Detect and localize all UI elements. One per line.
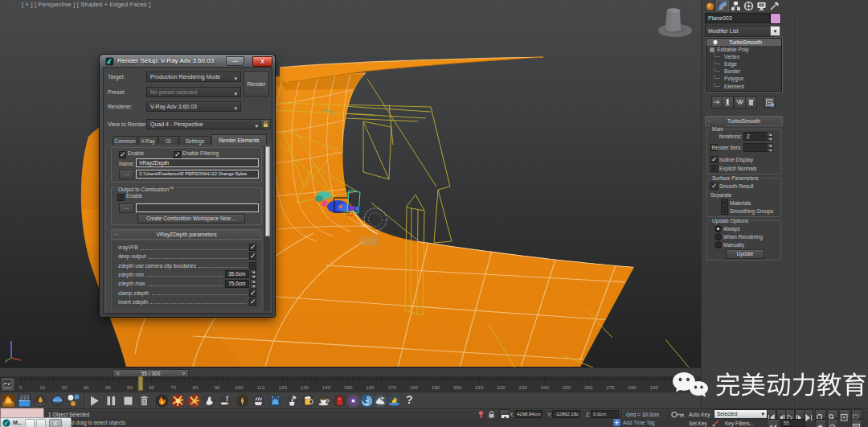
zdepth-max-field[interactable]: 75.0cm: [225, 280, 249, 288]
stop-simulation-button[interactable]: [121, 394, 135, 408]
go-end-button[interactable]: [804, 409, 813, 418]
renderer-dropdown[interactable]: V-Ray Adv 3.60.03▾: [146, 101, 241, 112]
auto-key-button[interactable]: Auto Key: [689, 412, 710, 417]
current-frame-field[interactable]: 55: [781, 419, 805, 427]
object-name-field[interactable]: Plane003: [705, 13, 770, 23]
preset-ketchup-button[interactable]: [333, 394, 346, 408]
particle-shader-button[interactable]: [67, 394, 80, 408]
configure-modifier-sets-button[interactable]: [764, 96, 776, 109]
preset-beer-button[interactable]: [301, 394, 315, 408]
preset-splash-button[interactable]: [268, 394, 282, 408]
stack-item-vertex[interactable]: Vertex: [706, 53, 781, 60]
panel-tab-motion[interactable]: [742, 0, 755, 11]
zoom-region-button[interactable]: [851, 409, 862, 419]
y-coordinate-field[interactable]: -12862.18c: [552, 410, 580, 418]
preset-cigarette-button[interactable]: [219, 394, 232, 408]
prev-key-button[interactable]: [776, 409, 786, 418]
liquid-source-button[interactable]: [51, 394, 64, 408]
mini-curve-editor-button[interactable]: [1, 377, 15, 392]
mini-window-button[interactable]: [25, 419, 35, 427]
play-button[interactable]: [785, 409, 795, 418]
orbit-button[interactable]: [827, 419, 838, 427]
preset-explosion-button[interactable]: [171, 394, 185, 408]
always-radio[interactable]: [714, 225, 722, 232]
add-time-tag[interactable]: Add Time Tag: [623, 420, 655, 425]
iterations-spinner[interactable]: [767, 132, 773, 141]
preset-whirlpool-button[interactable]: [360, 394, 374, 408]
selection-set-dropdown[interactable]: Selected▾: [714, 409, 768, 419]
zoom-button[interactable]: [815, 409, 826, 419]
create-combustion-workspace-button[interactable]: Create Combustion Workspace Now ...: [137, 214, 245, 224]
set-keys-key-icon[interactable]: [671, 411, 685, 418]
zdepth-max-spinner[interactable]: [250, 279, 256, 289]
track-bar[interactable]: 0102030405060708090100110120130140150160…: [0, 376, 701, 392]
render-iters-field[interactable]: [743, 143, 768, 152]
z-coordinate-field[interactable]: 0.0cm: [591, 410, 619, 418]
materials-checkbox[interactable]: [721, 199, 728, 207]
zdepth-min-field[interactable]: 35.0cm: [225, 270, 249, 278]
iterations-field[interactable]: 2: [743, 132, 768, 141]
start-simulation-button[interactable]: [88, 394, 101, 408]
preset-gasoline-button[interactable]: [187, 394, 201, 408]
scrollbar-track[interactable]: [264, 146, 270, 311]
preset-duck-button[interactable]: [387, 394, 401, 408]
fire-source-button[interactable]: [34, 394, 47, 408]
panel-tab-display[interactable]: [755, 0, 768, 11]
panel-tab-modify[interactable]: [716, 0, 729, 11]
preset-wave-button[interactable]: [374, 394, 387, 408]
panel-tab-create[interactable]: [703, 0, 716, 11]
render-iters-spinner[interactable]: [767, 143, 773, 152]
phoenix-help-button[interactable]: ?: [406, 393, 413, 406]
preset-steam-button[interactable]: [252, 394, 265, 408]
remove-modifier-button[interactable]: [745, 96, 757, 109]
stack-item-editable-poly[interactable]: Editable Poly: [706, 46, 781, 53]
dialog-titlebar[interactable]: Render Setup: V-Ray Adv 3.60.03: [105, 56, 269, 67]
explicit-normals-checkbox[interactable]: [710, 165, 718, 172]
next-key-button[interactable]: [795, 409, 805, 418]
maximize-viewport-button[interactable]: [851, 419, 862, 427]
clamp-zdepth-checkbox[interactable]: [249, 289, 256, 297]
zdepth-min-spinner[interactable]: [250, 269, 256, 279]
modifier-list-arrow[interactable]: ▼: [770, 26, 780, 36]
smoothing-groups-checkbox[interactable]: [721, 207, 728, 215]
element-name-field[interactable]: VRayZDepth: [136, 158, 259, 167]
enable-checkbox[interactable]: [119, 151, 126, 158]
floating-mini-window[interactable]: M... X: [0, 417, 72, 427]
lock-view-button[interactable]: [260, 119, 271, 129]
minimize-button[interactable]: —: [226, 56, 244, 66]
zoom-extents-button[interactable]: [839, 409, 850, 419]
smooth-result-checkbox[interactable]: [710, 183, 718, 190]
panel-tab-utilities[interactable]: [768, 0, 780, 11]
mini-window-button2[interactable]: [36, 419, 46, 427]
manually-radio[interactable]: [714, 241, 722, 248]
stack-item-element[interactable]: Element: [706, 83, 781, 90]
preset-coffee-button[interactable]: [317, 394, 330, 408]
liquid-simulator-button[interactable]: [18, 394, 31, 408]
modifier-on-bulb-icon[interactable]: [712, 39, 719, 46]
isoline-display-checkbox[interactable]: [710, 156, 718, 163]
delete-cache-button[interactable]: [137, 394, 151, 408]
make-unique-button[interactable]: [734, 96, 746, 109]
close-button[interactable]: X: [252, 56, 272, 67]
modifier-stack[interactable]: TurboSmoothEditable PolyVertexEdgeBorder…: [706, 38, 782, 92]
deep-output-checkbox[interactable]: [249, 253, 256, 260]
preset-smoke-button[interactable]: [203, 394, 216, 408]
show-end-result-button[interactable]: [722, 96, 734, 109]
key-filters-button[interactable]: Key Filters...: [725, 421, 754, 426]
previous-frame-button[interactable]: [767, 419, 780, 427]
preset-fire-button[interactable]: [155, 394, 169, 408]
target-dropdown[interactable]: Production Rendering Mode▾: [146, 72, 241, 82]
invert-zdepth-checkbox[interactable]: [249, 298, 256, 306]
modifier-list-dropdown[interactable]: Modifier List: [705, 26, 774, 37]
view-to-render-dropdown[interactable]: Quad 4 - Perspective▾: [146, 119, 262, 129]
go-start-button[interactable]: [767, 409, 776, 418]
fire-simulator-button[interactable]: [2, 394, 15, 408]
set-key-button[interactable]: Set Key: [689, 421, 707, 426]
stack-item-border[interactable]: Border: [706, 68, 781, 75]
zoom-all-button[interactable]: [827, 409, 838, 419]
enable-filtering-checkbox[interactable]: [174, 151, 181, 158]
panel-tab-hierarchy[interactable]: [729, 0, 742, 11]
update-button[interactable]: Update: [726, 249, 764, 259]
x-coordinate-field[interactable]: 4298.84cm: [514, 410, 542, 418]
scrollbar-thumb[interactable]: [265, 146, 270, 236]
